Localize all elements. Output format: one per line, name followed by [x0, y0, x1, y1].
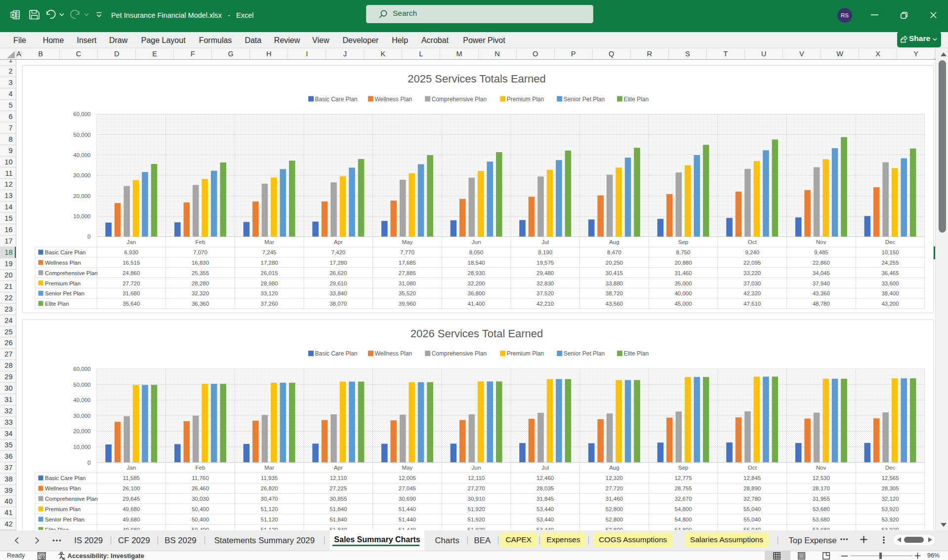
svg-text:Premium Plan: Premium Plan	[506, 350, 543, 357]
svg-text:30,470: 30,470	[260, 496, 278, 502]
svg-text:36,465: 36,465	[881, 270, 899, 276]
svg-text:10,150: 10,150	[881, 249, 899, 255]
svg-text:27,045: 27,045	[398, 486, 415, 492]
svg-text:Oct: Oct	[747, 239, 757, 245]
svg-text:27,885: 27,885	[398, 270, 415, 276]
svg-text:33,880: 33,880	[605, 280, 622, 286]
svg-text:12,320: 12,320	[605, 476, 622, 481]
svg-text:8,750: 8,750	[676, 249, 690, 255]
svg-text:27,225: 27,225	[330, 486, 347, 492]
svg-text:Wellness Plan: Wellness Plan	[45, 260, 81, 266]
svg-text:50,000: 50,000	[73, 382, 90, 388]
svg-text:50,400: 50,400	[192, 527, 209, 530]
svg-text:29,610: 29,610	[330, 280, 347, 286]
svg-text:40,000: 40,000	[73, 397, 90, 403]
svg-text:Aug: Aug	[609, 465, 619, 471]
svg-text:Wellness Plan: Wellness Plan	[374, 95, 412, 102]
svg-text:Comprehensive Plan: Comprehensive Plan	[45, 496, 98, 502]
svg-text:43,200: 43,200	[881, 301, 899, 307]
svg-text:12,845: 12,845	[743, 476, 761, 481]
svg-text:29,480: 29,480	[536, 270, 554, 276]
svg-text:51,920: 51,920	[467, 517, 485, 522]
svg-text:31,080: 31,080	[398, 280, 415, 286]
svg-text:Comprehensive Plan: Comprehensive Plan	[45, 270, 98, 276]
svg-text:40,000: 40,000	[73, 152, 90, 158]
svg-text:19,575: 19,575	[536, 260, 554, 266]
svg-text:7,070: 7,070	[193, 249, 207, 255]
svg-text:27,720: 27,720	[605, 486, 622, 492]
svg-text:12,005: 12,005	[398, 476, 415, 481]
svg-text:32,320: 32,320	[192, 290, 209, 296]
svg-text:Senior Pet Plan: Senior Pet Plan	[563, 350, 604, 357]
svg-text:50,000: 50,000	[73, 131, 90, 137]
svg-text:49,680: 49,680	[123, 527, 140, 530]
svg-text:27,720: 27,720	[123, 280, 140, 286]
svg-text:49,680: 49,680	[123, 506, 140, 512]
svg-text:31,955: 31,955	[812, 496, 829, 502]
svg-text:31,460: 31,460	[605, 496, 622, 502]
svg-text:Nov: Nov	[816, 465, 826, 471]
svg-text:28,035: 28,035	[536, 486, 554, 492]
svg-text:Elite Plan: Elite Plan	[623, 350, 649, 357]
svg-text:50,400: 50,400	[192, 517, 209, 522]
svg-text:28,930: 28,930	[467, 270, 485, 276]
svg-text:28,305: 28,305	[881, 486, 899, 492]
svg-text:26,015: 26,015	[260, 270, 278, 276]
svg-text:53,680: 53,680	[812, 527, 829, 530]
svg-text:51,440: 51,440	[398, 517, 415, 522]
svg-text:Jul: Jul	[541, 465, 549, 471]
svg-text:11,760: 11,760	[192, 476, 208, 481]
svg-text:20,000: 20,000	[73, 429, 90, 435]
svg-text:Jan: Jan	[126, 239, 136, 245]
svg-text:31,845: 31,845	[536, 496, 554, 502]
svg-text:Basic Care Plan: Basic Care Plan	[45, 476, 85, 481]
svg-text:0: 0	[87, 460, 90, 466]
svg-text:Elite Plan: Elite Plan	[45, 527, 69, 530]
svg-text:12,110: 12,110	[468, 476, 485, 481]
svg-text:31,680: 31,680	[123, 290, 140, 296]
svg-text:51,840: 51,840	[330, 517, 347, 522]
svg-text:49,680: 49,680	[123, 517, 140, 522]
svg-text:9,240: 9,240	[745, 249, 759, 255]
svg-text:54,800: 54,800	[674, 527, 692, 530]
svg-text:51,920: 51,920	[467, 527, 485, 530]
svg-text:Basic Care Plan: Basic Care Plan	[315, 95, 357, 102]
svg-text:53,440: 53,440	[536, 527, 554, 530]
svg-text:10,000: 10,000	[73, 444, 90, 450]
svg-text:53,440: 53,440	[536, 517, 554, 522]
svg-text:53,920: 53,920	[881, 517, 899, 522]
svg-text:55,040: 55,040	[743, 517, 761, 522]
svg-text:30,000: 30,000	[73, 413, 90, 419]
svg-text:38,400: 38,400	[881, 290, 899, 296]
svg-text:45,000: 45,000	[674, 301, 692, 307]
svg-text:20,250: 20,250	[605, 260, 622, 266]
svg-text:37,940: 37,940	[812, 280, 829, 286]
svg-text:55,040: 55,040	[743, 527, 761, 530]
svg-text:60,000: 60,000	[73, 111, 90, 117]
svg-text:28,890: 28,890	[743, 486, 761, 492]
svg-text:May: May	[402, 465, 412, 471]
svg-text:20,000: 20,000	[73, 193, 90, 199]
svg-text:35,000: 35,000	[674, 280, 692, 286]
svg-text:42,320: 42,320	[743, 290, 761, 296]
svg-text:38,720: 38,720	[605, 290, 622, 296]
svg-text:Sep: Sep	[678, 465, 688, 471]
svg-text:34,045: 34,045	[812, 270, 829, 276]
svg-text:50,400: 50,400	[192, 506, 209, 512]
svg-text:18,540: 18,540	[467, 260, 485, 266]
svg-text:8,190: 8,190	[538, 249, 552, 255]
svg-text:11,935: 11,935	[261, 476, 278, 481]
svg-text:35,640: 35,640	[123, 301, 140, 307]
svg-text:Premium Plan: Premium Plan	[45, 506, 81, 512]
svg-text:43,560: 43,560	[605, 301, 622, 307]
svg-text:26,620: 26,620	[330, 270, 347, 276]
svg-text:Mar: Mar	[264, 465, 274, 471]
svg-text:Apr: Apr	[333, 239, 342, 245]
svg-text:53,680: 53,680	[812, 506, 829, 512]
svg-text:52,800: 52,800	[605, 527, 622, 530]
svg-text:Basic Care Plan: Basic Care Plan	[45, 249, 85, 255]
svg-text:36,800: 36,800	[467, 290, 485, 296]
svg-text:60,000: 60,000	[73, 366, 90, 372]
svg-text:Premium Plan: Premium Plan	[45, 280, 81, 286]
svg-text:12,460: 12,460	[536, 476, 554, 481]
